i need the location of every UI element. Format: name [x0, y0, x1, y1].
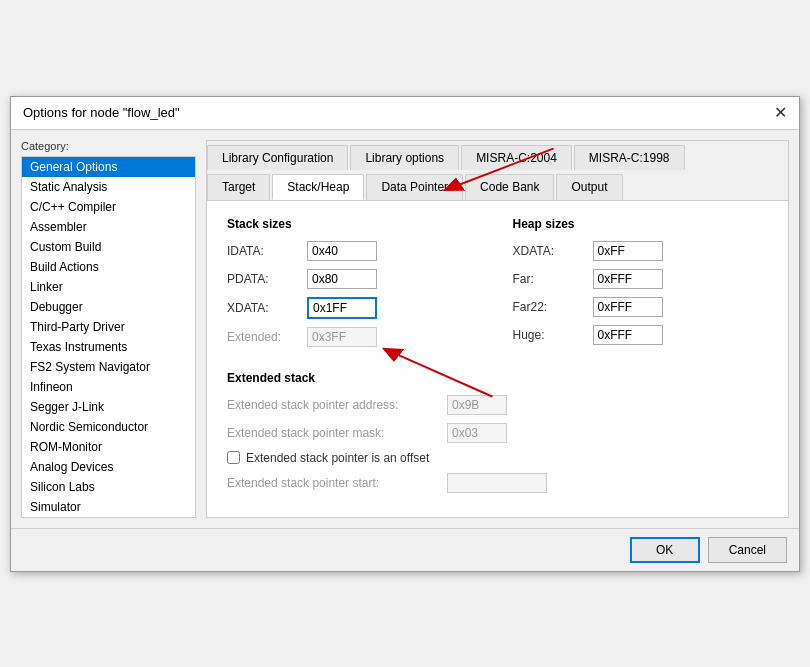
sidebar-item-simulator[interactable]: Simulator: [22, 497, 195, 517]
close-button[interactable]: ✕: [774, 105, 787, 121]
far22-label: Far22:: [513, 300, 593, 314]
xdata-label: XDATA:: [227, 301, 307, 315]
pointer-start-label: Extended stack pointer start:: [227, 476, 447, 490]
tab-stack-heap[interactable]: Stack/Heap: [272, 174, 364, 200]
title-bar: Options for node "flow_led" ✕: [11, 97, 799, 130]
sidebar-item-fs2-system-navigator[interactable]: FS2 System Navigator: [22, 357, 195, 377]
sidebar-item-segger-jlink[interactable]: Segger J-Link: [22, 397, 195, 417]
pdata-input[interactable]: [307, 269, 377, 289]
dialog: Options for node "flow_led" ✕ Category: …: [10, 96, 800, 572]
xdata-heap-input[interactable]: [593, 241, 663, 261]
tab-data-pointer[interactable]: Data Pointer: [366, 174, 463, 200]
sidebar-item-build-actions[interactable]: Build Actions: [22, 257, 195, 277]
pointer-address-row: Extended stack pointer address:: [227, 395, 768, 415]
pointer-start-input: [447, 473, 547, 493]
category-label: Category:: [21, 140, 196, 152]
idata-input[interactable]: [307, 241, 377, 261]
pointer-mask-input: [447, 423, 507, 443]
two-column-layout: Stack sizes IDATA: PDATA: XDATA:: [227, 217, 768, 355]
sidebar-item-linker[interactable]: Linker: [22, 277, 195, 297]
sidebar-item-static-analysis[interactable]: Static Analysis: [22, 177, 195, 197]
sidebar-item-cpp-compiler[interactable]: C/C++ Compiler: [22, 197, 195, 217]
sidebar-item-infineon[interactable]: Infineon: [22, 377, 195, 397]
tab-misra-1998[interactable]: MISRA-C:1998: [574, 145, 685, 170]
pdata-label: PDATA:: [227, 272, 307, 286]
far-input[interactable]: [593, 269, 663, 289]
tabs-row2: Target Stack/Heap Data Pointer Code Bank…: [207, 170, 788, 200]
stack-sizes-title: Stack sizes: [227, 217, 483, 231]
sidebar-item-silicon-labs[interactable]: Silicon Labs: [22, 477, 195, 497]
xdata-input[interactable]: [307, 297, 377, 319]
content-area: Library Configuration Library options MI…: [206, 140, 789, 518]
ok-button[interactable]: OK: [630, 537, 700, 563]
tabs-row1: Library Configuration Library options MI…: [207, 141, 788, 170]
sidebar-item-debugger[interactable]: Debugger: [22, 297, 195, 317]
huge-label: Huge:: [513, 328, 593, 342]
pointer-address-input: [447, 395, 507, 415]
offset-checkbox-label[interactable]: Extended stack pointer is an offset: [246, 451, 429, 465]
huge-row: Huge:: [513, 325, 769, 345]
pointer-mask-label: Extended stack pointer mask:: [227, 426, 447, 440]
far22-input[interactable]: [593, 297, 663, 317]
stack-sizes-section: Stack sizes IDATA: PDATA: XDATA:: [227, 217, 483, 355]
tab-code-bank[interactable]: Code Bank: [465, 174, 554, 200]
sidebar-item-rom-monitor[interactable]: ROM-Monitor: [22, 437, 195, 457]
far-label: Far:: [513, 272, 593, 286]
pointer-address-label: Extended stack pointer address:: [227, 398, 447, 412]
dialog-footer: OK Cancel: [11, 528, 799, 571]
heap-sizes-title: Heap sizes: [513, 217, 769, 231]
sidebar-item-third-party-driver[interactable]: Third-Party Driver: [22, 317, 195, 337]
sidebar: Category: General Options Static Analysi…: [21, 140, 196, 518]
sidebar-item-assembler[interactable]: Assembler: [22, 217, 195, 237]
offset-checkbox[interactable]: [227, 451, 240, 464]
far-row: Far:: [513, 269, 769, 289]
sidebar-item-analog-devices[interactable]: Analog Devices: [22, 457, 195, 477]
sidebar-item-custom-build[interactable]: Custom Build: [22, 237, 195, 257]
far22-row: Far22:: [513, 297, 769, 317]
dialog-title: Options for node "flow_led": [23, 105, 180, 120]
xdata-row: XDATA:: [227, 297, 483, 319]
extended-input: [307, 327, 377, 347]
sidebar-item-nordic-semiconductor[interactable]: Nordic Semiconductor: [22, 417, 195, 437]
idata-label: IDATA:: [227, 244, 307, 258]
sidebar-item-general-options[interactable]: General Options: [22, 157, 195, 177]
tab-misra-2004[interactable]: MISRA-C:2004: [461, 145, 572, 170]
tab-library-config[interactable]: Library Configuration: [207, 145, 348, 170]
xdata-heap-label: XDATA:: [513, 244, 593, 258]
checkbox-offset-row: Extended stack pointer is an offset: [227, 451, 768, 465]
extended-label: Extended:: [227, 330, 307, 344]
sidebar-item-texas-instruments[interactable]: Texas Instruments: [22, 337, 195, 357]
sidebar-list: General Options Static Analysis C/C++ Co…: [21, 156, 196, 518]
pointer-mask-row: Extended stack pointer mask:: [227, 423, 768, 443]
tab-library-options[interactable]: Library options: [350, 145, 459, 170]
dialog-body: Category: General Options Static Analysi…: [11, 130, 799, 528]
panel-stack-heap: Stack sizes IDATA: PDATA: XDATA:: [207, 201, 788, 517]
cancel-button[interactable]: Cancel: [708, 537, 787, 563]
extended-stack-title: Extended stack: [227, 371, 768, 385]
tab-target[interactable]: Target: [207, 174, 270, 200]
extended-row: Extended:: [227, 327, 483, 347]
tabs-container: Library Configuration Library options MI…: [207, 141, 788, 201]
heap-sizes-section: Heap sizes XDATA: Far: Far22:: [513, 217, 769, 355]
tab-output[interactable]: Output: [556, 174, 622, 200]
idata-row: IDATA:: [227, 241, 483, 261]
pointer-start-row: Extended stack pointer start:: [227, 473, 768, 493]
xdata-heap-row: XDATA:: [513, 241, 769, 261]
extended-stack-section: Extended stack Extended stack pointer ad…: [227, 371, 768, 493]
pdata-row: PDATA:: [227, 269, 483, 289]
huge-input[interactable]: [593, 325, 663, 345]
